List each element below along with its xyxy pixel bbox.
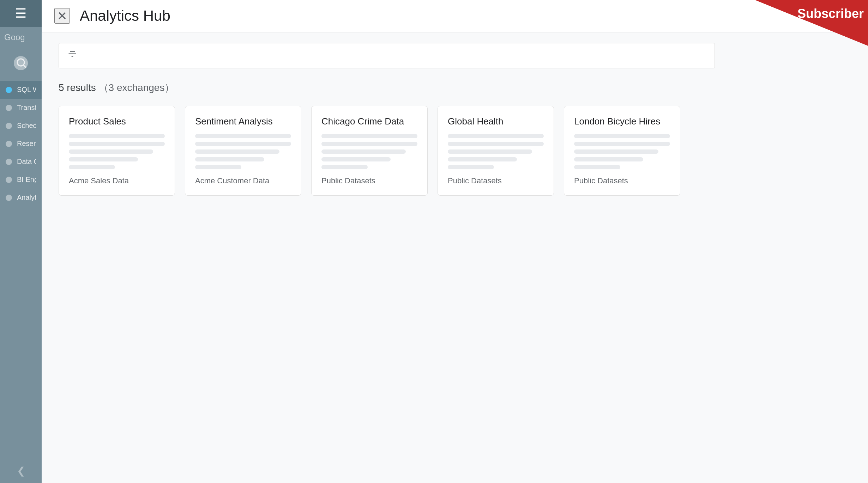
hamburger-icon[interactable]: ☰ [15, 7, 26, 20]
card-line [574, 165, 620, 169]
sidebar-item-analytics[interactable]: Analytics [0, 189, 42, 207]
card-lines [574, 134, 670, 169]
sidebar-item-sql-workspace[interactable]: SQL Work [0, 81, 42, 99]
analytics-hub-panel: ✕ Analytics Hub Subscriber 5 result [42, 0, 868, 483]
card-title: Global Health [448, 116, 544, 127]
card-line [195, 165, 241, 169]
card-subtitle: Public Datasets [448, 176, 544, 185]
sidebar-item-reservations[interactable]: Reservatio [0, 135, 42, 153]
sidebar-item-label: BI Engine [17, 176, 36, 184]
sidebar-item-transfers[interactable]: Transfers [0, 99, 42, 117]
sidebar-item-label: Transfers [17, 104, 36, 112]
filter-icon [67, 50, 77, 62]
sidebar: ☰ Goog SQL Work Transfers Scheduled Rese… [0, 0, 42, 483]
listing-card[interactable]: Global HealthPublic Datasets [438, 106, 554, 196]
card-line [195, 149, 279, 154]
svg-point-0 [14, 56, 28, 70]
card-line [69, 157, 138, 161]
card-line [69, 134, 165, 138]
close-button[interactable]: ✕ [54, 8, 70, 24]
listing-card[interactable]: Sentiment AnalysisAcme Customer Data [185, 106, 301, 196]
card-line [195, 134, 291, 138]
card-lines [69, 134, 165, 169]
nav-dot [6, 105, 12, 111]
card-line [321, 165, 368, 169]
card-line [448, 134, 544, 138]
card-subtitle: Public Datasets [321, 176, 417, 185]
collapse-icon[interactable]: ❮ [17, 465, 25, 477]
card-lines [195, 134, 291, 169]
exchanges-count: （3 exchanges） [99, 82, 175, 93]
sidebar-item-label: Data QnA [17, 158, 36, 166]
card-line [195, 157, 264, 161]
nav-dot [6, 87, 12, 93]
google-text: Goog [4, 32, 25, 42]
card-line [448, 157, 517, 161]
bigquery-icon-container[interactable] [0, 48, 42, 78]
search-input[interactable] [82, 51, 706, 61]
search-bar[interactable] [59, 43, 715, 68]
sidebar-item-data-qna[interactable]: Data QnA [0, 153, 42, 171]
sidebar-collapse[interactable]: ❮ [0, 459, 42, 483]
card-line [448, 142, 544, 146]
panel-content: 5 results （3 exchanges） Product SalesAcm… [42, 32, 868, 207]
subscriber-badge: Subscriber [755, 0, 868, 46]
card-line [69, 142, 165, 146]
subscriber-label: Subscriber [797, 6, 864, 21]
card-lines [448, 134, 544, 169]
card-line [574, 142, 670, 146]
card-subtitle: Public Datasets [574, 176, 670, 185]
card-lines [321, 134, 417, 169]
card-line [195, 142, 291, 146]
sidebar-item-label: Scheduled [17, 122, 36, 130]
listing-card[interactable]: London Bicycle HiresPublic Datasets [564, 106, 680, 196]
sidebar-item-label: SQL Work [17, 86, 36, 94]
card-title: Chicago Crime Data [321, 116, 417, 127]
card-line [321, 149, 406, 154]
card-line [321, 134, 417, 138]
bigquery-icon [12, 55, 29, 72]
card-line [574, 134, 670, 138]
card-line [69, 165, 115, 169]
card-title: London Bicycle Hires [574, 116, 670, 127]
card-line [448, 149, 532, 154]
panel-header: ✕ Analytics Hub [42, 0, 868, 32]
card-line [448, 165, 494, 169]
sidebar-item-scheduled[interactable]: Scheduled [0, 117, 42, 135]
sidebar-item-label: Analytics [17, 194, 36, 202]
sidebar-top: ☰ [0, 0, 42, 27]
listing-card[interactable]: Product SalesAcme Sales Data [59, 106, 175, 196]
sidebar-item-bi-engine[interactable]: BI Engine [0, 171, 42, 189]
nav-dot [6, 195, 12, 201]
results-count: 5 results （3 exchanges） [59, 81, 851, 94]
listing-card[interactable]: Chicago Crime DataPublic Datasets [311, 106, 428, 196]
results-number: 5 results [59, 82, 96, 93]
card-line [69, 149, 153, 154]
sidebar-nav: SQL Work Transfers Scheduled Reservatio … [0, 78, 42, 459]
cards-grid: Product SalesAcme Sales DataSentiment An… [59, 106, 851, 196]
card-subtitle: Acme Customer Data [195, 176, 291, 185]
main-area: ✕ Analytics Hub Subscriber 5 result [42, 0, 868, 483]
sidebar-logo: Goog [0, 27, 42, 48]
nav-dot [6, 159, 12, 165]
card-line [574, 149, 658, 154]
nav-dot [6, 123, 12, 129]
nav-dot [6, 177, 12, 183]
close-icon: ✕ [57, 9, 67, 23]
panel-title: Analytics Hub [80, 7, 170, 24]
card-title: Sentiment Analysis [195, 116, 291, 127]
nav-dot [6, 141, 12, 147]
card-line [321, 142, 417, 146]
card-line [321, 157, 391, 161]
card-subtitle: Acme Sales Data [69, 176, 165, 185]
card-title: Product Sales [69, 116, 165, 127]
sidebar-item-label: Reservatio [17, 140, 36, 148]
card-line [574, 157, 643, 161]
